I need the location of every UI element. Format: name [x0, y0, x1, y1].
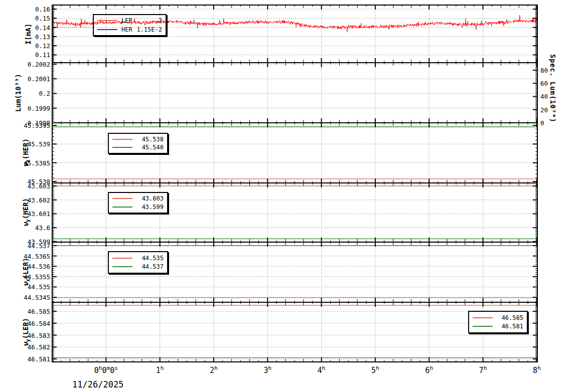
legend-value: 45.538: [132, 136, 164, 142]
green-marker-line: [112, 207, 132, 208]
green-marker-line: [473, 326, 493, 327]
legend-value: 43.599: [132, 204, 164, 210]
yaxis-title-nux-ler: νx(LER): [22, 258, 31, 287]
legend-label: LER: [121, 18, 132, 24]
legend-row: 44.537: [109, 264, 167, 270]
green-marker-line: [112, 266, 132, 267]
right-axis-title-spec-lum: Spec. Lum(10³⁰): [549, 54, 557, 123]
yaxis-title-nuy-ler: νy(LER): [22, 318, 31, 347]
nuy-ler-legend: 46.585 46.581: [468, 311, 528, 333]
date-label: 11/26/2025: [72, 379, 123, 389]
legend-row: 43.603: [109, 195, 167, 202]
red-marker-line: [112, 198, 132, 199]
red-marker-line: [112, 258, 132, 259]
green-marker-line: [112, 147, 132, 148]
beam-current-legend: LER .2 HER 1.15E-2: [93, 14, 167, 36]
legend-value: .2: [132, 18, 162, 24]
yaxis-title-nuy-her: νy(HER): [22, 198, 31, 227]
legend-row: 45.538: [109, 136, 167, 142]
legend-row: 43.599: [109, 204, 167, 210]
nuy-her-legend: 43.603 43.599: [108, 192, 168, 214]
legend-value: 46.585: [493, 315, 523, 321]
red-marker-line: [112, 139, 132, 140]
legend-value: 44.535: [132, 255, 164, 261]
legend-row: 46.585: [469, 315, 527, 321]
yaxis-title-lum: Lum(10³³): [14, 74, 22, 112]
panel-1-frame: [52, 63, 537, 123]
legend-row: 44.535: [109, 255, 167, 261]
panel-1-grid: [52, 63, 537, 123]
legend-row: 46.581: [469, 323, 527, 329]
tune-monitor-canvas: 0.110.120.130.140.150.160.19980.19990.20…: [0, 0, 579, 392]
legend-value: 1.15E-2: [132, 27, 162, 33]
legend-value: 43.603: [132, 195, 164, 202]
nux-ler-legend: 44.535 44.537: [108, 251, 168, 274]
panel-5-grid: [52, 302, 537, 362]
legend-value: 45.540: [132, 144, 164, 150]
legend-value: 44.537: [132, 264, 164, 270]
legend-value: 46.581: [493, 323, 523, 329]
red-marker-line: [473, 317, 493, 318]
nux-her-legend: 45.538 45.540: [108, 133, 168, 154]
legend-label: HER: [121, 27, 132, 33]
legend-row: 45.540: [109, 144, 167, 150]
legend-row-ler: LER .2: [94, 18, 166, 24]
ler-marker-line: [97, 20, 117, 21]
yaxis-title-nux-her: νx(HER): [22, 138, 31, 167]
her-marker-line: [97, 29, 117, 30]
legend-row-her: HER 1.15E-2: [94, 27, 166, 33]
yaxis-title-current: I[mA]: [24, 23, 32, 44]
